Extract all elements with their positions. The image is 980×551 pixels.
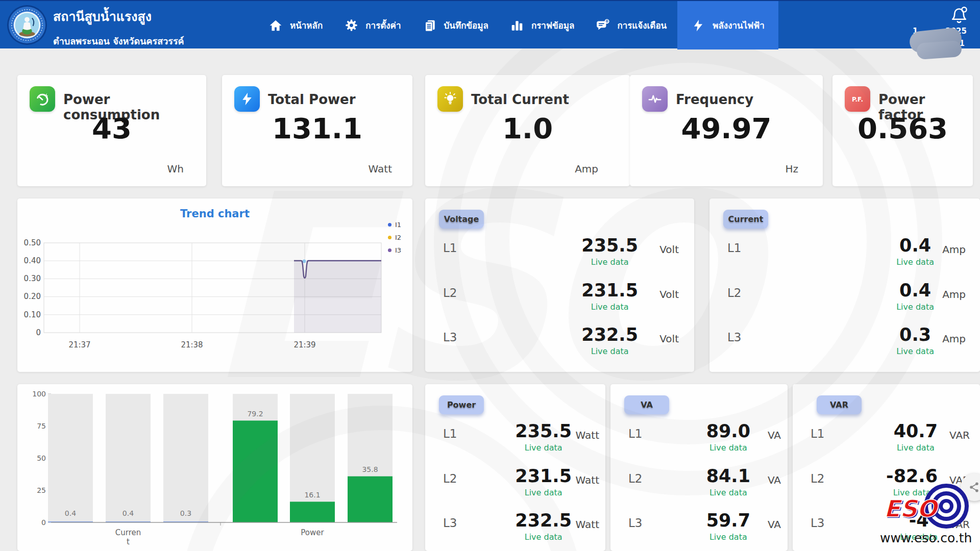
phase-unit: VA xyxy=(768,474,781,486)
phase-row: L1 40.7Live data VAR xyxy=(793,421,980,464)
page-subtitle: ตำบลพระนอน จังหวัดนครสวรรค์ xyxy=(53,34,184,48)
nav-label: การแจ้งเตือน xyxy=(617,18,667,32)
voltage-badge[interactable]: Voltage xyxy=(439,210,484,229)
phase-label: L2 xyxy=(628,472,642,485)
phase-label: L3 xyxy=(443,516,457,530)
station-title-block: สถานีสูบน้ำแรงสูง ตำบลพระนอน จังหวัดนครส… xyxy=(53,6,184,48)
nav-label: การตั้งค่า xyxy=(365,18,401,32)
phase-unit: Amp xyxy=(942,243,966,256)
home-icon xyxy=(268,18,283,33)
svg-text:0.40: 0.40 xyxy=(24,256,41,265)
phase-label: L2 xyxy=(811,472,824,485)
lightning-icon xyxy=(234,86,260,112)
svg-text:21:38: 21:38 xyxy=(181,340,203,349)
chat-notification-icon: 0 xyxy=(596,18,610,33)
phase-unit: Watt xyxy=(576,474,599,486)
eso-company-logo: ESO www.eso.co.th xyxy=(877,484,980,550)
stat-unit: Amp xyxy=(575,163,598,175)
svg-text:0: 0 xyxy=(41,518,46,527)
stat-card-total-current: Total Current 1.0 Amp xyxy=(425,75,630,186)
phase-label: L3 xyxy=(443,331,457,344)
stat-value: 1.0 xyxy=(425,112,630,145)
nav-item-settings[interactable]: การตั้งค่า xyxy=(333,1,411,49)
current-badge[interactable]: Current xyxy=(723,210,768,229)
svg-text:100: 100 xyxy=(32,390,46,398)
trend-line-chart[interactable]: 0.50 0.40 0.30 0.20 0.10 0 21:37 21:38 2… xyxy=(17,230,405,360)
live-data-status: Live data xyxy=(894,443,938,453)
phase-row: L2 0.4Live data Amp xyxy=(709,280,980,323)
nav-item-home[interactable]: หน้าหลัก xyxy=(258,1,333,49)
legend-label: I1 xyxy=(395,221,401,229)
svg-text:0.4: 0.4 xyxy=(122,509,134,517)
phase-value: 84.1 xyxy=(706,466,750,486)
nav-item-data-log[interactable]: บันทึกข้อมูล xyxy=(412,1,499,49)
svg-text:0.10: 0.10 xyxy=(24,310,41,319)
svg-text:t: t xyxy=(127,537,130,546)
phase-unit: VAR xyxy=(949,429,970,441)
phase-row: L2 84.1Live data VA xyxy=(610,466,788,509)
live-data-status: Live data xyxy=(896,346,934,356)
stat-value: 43 xyxy=(17,112,206,145)
va-badge[interactable]: VA xyxy=(624,395,669,414)
svg-text:21:39: 21:39 xyxy=(293,340,315,349)
nav-item-notifications[interactable]: 0 การแจ้งเตือน xyxy=(585,1,677,49)
stat-unit: Hz xyxy=(785,163,798,175)
phase-unit: Amp xyxy=(942,333,966,345)
stat-title: Total Power xyxy=(268,92,355,107)
phase-unit: Volt xyxy=(659,288,679,300)
live-data-status: Live data xyxy=(706,532,750,542)
svg-text:21:37: 21:37 xyxy=(68,340,90,349)
phase-row: L1 89.0Live data VA xyxy=(610,421,788,464)
phase-value: 89.0 xyxy=(706,421,750,441)
live-data-status: Live data xyxy=(515,488,572,497)
var-badge[interactable]: VAR xyxy=(817,395,862,414)
svg-text:50: 50 xyxy=(37,454,46,462)
eso-website[interactable]: www.eso.co.th xyxy=(880,531,972,545)
phase-row: L2 231.5Live data Watt xyxy=(425,466,605,509)
bell-notification-icon[interactable] xyxy=(949,6,969,26)
nav-label: กราฟข้อมูล xyxy=(531,18,574,32)
phase-value: 232.5 xyxy=(581,324,638,345)
svg-text:0.3: 0.3 xyxy=(180,509,191,517)
stat-value: 131.1 xyxy=(222,112,412,145)
power-badge[interactable]: Power xyxy=(439,395,484,414)
stat-unit: Watt xyxy=(369,163,392,175)
main-nav: หน้าหลัก การตั้งค่า บันทึกข้อมูล กราฟข้อ… xyxy=(258,1,778,49)
bulb-icon xyxy=(437,86,463,112)
nav-item-electrical-energy[interactable]: พลังงานไฟฟ้า xyxy=(677,1,778,49)
live-data-status: Live data xyxy=(706,443,750,453)
phase-unit: Amp xyxy=(942,288,966,300)
power-panel: Power L1 235.5Live data Watt L2 231.5Liv… xyxy=(425,384,605,551)
phase-unit: Watt xyxy=(576,518,599,531)
phase-row: L1 235.5Live data Volt xyxy=(425,235,694,278)
svg-text:35.8: 35.8 xyxy=(362,465,378,473)
pf-icon: P.F. xyxy=(845,86,870,112)
stat-card-frequency: Frequency 49.97 Hz xyxy=(630,75,823,186)
phase-row: L1 0.4Live data Amp xyxy=(709,235,980,278)
redaction-blob xyxy=(916,40,962,60)
gear-icon xyxy=(344,18,358,33)
current-power-bar-chart[interactable]: 100 75 50 25 0 0.4 0.4 0.3 79.2 xyxy=(26,388,404,549)
pulse-icon xyxy=(642,86,668,112)
nav-label: พลังงานไฟฟ้า xyxy=(713,18,765,32)
phase-label: L2 xyxy=(443,286,457,299)
nav-item-data-graph[interactable]: กราฟข้อมูล xyxy=(499,1,585,49)
phase-row: L2 231.5Live data Volt xyxy=(425,280,694,323)
bar-chart-card: 100 75 50 25 0 0.4 0.4 0.3 79.2 xyxy=(17,384,412,551)
svg-text:16.1: 16.1 xyxy=(304,491,320,499)
live-data-status: Live data xyxy=(581,257,638,267)
phase-label: L1 xyxy=(443,241,457,255)
phase-label: L1 xyxy=(628,427,642,440)
svg-text:0.20: 0.20 xyxy=(24,292,41,301)
phase-label: L3 xyxy=(811,516,824,530)
nav-label: บันทึกข้อมูล xyxy=(444,18,488,32)
phase-row: L3 232.5Live data Watt xyxy=(425,510,605,551)
legend-item[interactable]: I1 xyxy=(388,221,401,229)
trend-chart-title: Trend chart xyxy=(17,208,412,220)
live-data-status: Live data xyxy=(581,346,638,356)
phase-label: L3 xyxy=(628,516,642,530)
phase-value: -82.6 xyxy=(886,466,938,486)
svg-text:Power: Power xyxy=(301,528,324,537)
voltage-panel: Voltage L1 235.5Live data Volt L2 231.5L… xyxy=(425,198,694,372)
live-data-status: Live data xyxy=(706,488,750,497)
